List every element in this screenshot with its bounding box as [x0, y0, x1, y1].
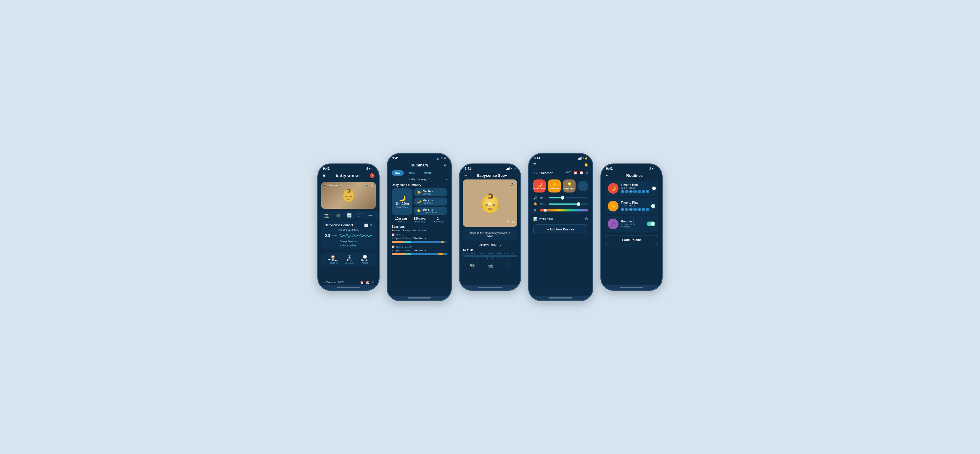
time-to-rise-icon: ☀️: [611, 204, 616, 209]
date-chevron[interactable]: ⌄: [499, 244, 501, 246]
next-date-icon[interactable]: ›: [446, 178, 447, 181]
camera-volume-icon[interactable]: 🔊: [511, 182, 515, 186]
notification-badge[interactable]: 2: [370, 173, 374, 178]
chart-icon[interactable]: 📊: [364, 224, 368, 227]
night-light-btn[interactable]: 💡 Night light: [563, 180, 576, 193]
total-sleep-label: Total Sleep: [396, 206, 408, 209]
brightness-slider-track[interactable]: [549, 204, 588, 205]
rewind-icon[interactable]: ↺: [507, 220, 509, 225]
p3-video-icon[interactable]: 📹: [488, 263, 493, 268]
forward-icon[interactable]: ↻: [512, 220, 515, 225]
camera-feed[interactable]: 👶 📷 Babysense See+ 🔊 ⚙: [321, 182, 376, 209]
camera-record-icon[interactable]: 📹: [336, 213, 340, 218]
rise-day-s1: S: [641, 208, 645, 211]
session-1-chevron[interactable]: ›: [425, 237, 426, 240]
brightness-pct: 75%: [540, 203, 547, 205]
add-devices-button[interactable]: + Add New Devices: [533, 225, 588, 234]
menu-icon[interactable]: ☰: [323, 174, 326, 178]
session-1-time: 7:00pm - 06:00am: [392, 237, 411, 240]
color-slider-icon: ⚙: [533, 209, 538, 212]
calendar-icon-4[interactable]: 📅: [579, 171, 584, 175]
new-device-btn[interactable]: +: [578, 181, 588, 191]
time-to-bed-days: M T W T F S S: [621, 190, 649, 193]
device-name-label: Dreamer: [539, 171, 553, 175]
settings-icon-4[interactable]: ⚙: [585, 171, 588, 175]
p3-camera-icon[interactable]: 📷: [469, 263, 475, 268]
time-to-rise-toggle[interactable]: [652, 204, 655, 209]
phone-2: 9:41 ▾ ▭ ← Summary ⚙ Day Week Month: [387, 153, 452, 301]
stat-tucked-in: 🏠 07:40am Tucked In: [328, 255, 339, 265]
device-name: Dreamer: [326, 281, 337, 284]
routines-nav: ← Routines: [601, 172, 662, 180]
status-icons-3: ▾ ▭: [506, 167, 515, 170]
battery-icon-5: ▭: [654, 167, 657, 170]
settings-connect-icon[interactable]: ⚙: [369, 224, 372, 227]
camera-flip-icon[interactable]: 🔄: [347, 213, 352, 218]
routine-3-toggle[interactable]: [647, 221, 655, 226]
color-slider-track[interactable]: [540, 209, 588, 212]
back-icon-5[interactable]: ←: [606, 173, 609, 177]
moon-small-icon: 🌙: [417, 199, 421, 204]
time-to-bed-icon: 🌙: [611, 186, 616, 191]
settings-icon-2[interactable]: ⚙: [444, 163, 447, 167]
back-icon-3[interactable]: ←: [464, 173, 468, 177]
back-icon-2[interactable]: ←: [392, 163, 395, 167]
calendar-icon[interactable]: 📅: [366, 281, 369, 284]
home-indicator-3: [478, 287, 502, 288]
menu-icon-4[interactable]: ☰: [533, 163, 536, 167]
clock-icon-4[interactable]: ⏰: [573, 171, 578, 175]
volume-icon[interactable]: 🔊: [365, 184, 369, 187]
volume-fill: [549, 197, 563, 198]
color-thumb[interactable]: [544, 209, 547, 212]
timeline-section: 16:31:40 16:00 16:10 16:20 16:30 16:40 1…: [460, 248, 520, 261]
capture-text: Capture the moments you want to save: [470, 232, 510, 237]
brightness-thumb[interactable]: [577, 202, 580, 206]
day-f: F: [638, 190, 641, 193]
metrics-row: 10m avg Onset ⓘ 88% avg Efficiency ⓘ 2 S…: [388, 216, 451, 225]
star-icon: ⭐: [417, 209, 421, 213]
day-t1: T: [625, 190, 628, 193]
wifi-icon-4: ▾: [582, 157, 584, 159]
footer-icons: ⏰ 📅 ⚙: [360, 281, 374, 284]
volume-slider-track[interactable]: [549, 197, 588, 198]
wake-up-btn[interactable]: ☀️ Wake Up: [548, 180, 560, 193]
date-selector[interactable]: Sunday (Today) ⌄: [460, 242, 520, 248]
routine-3-icon: 💤: [611, 221, 616, 226]
rise-day-s2: S: [646, 208, 649, 211]
power-icon[interactable]: ⏻: [585, 217, 588, 221]
add-routine-button[interactable]: + Add Routine: [605, 235, 658, 245]
camera-snap-icon[interactable]: 📷: [324, 213, 329, 218]
stretch-value: 6hr 17m: [423, 208, 437, 211]
session-2-duration: 01hr 30m: [413, 249, 423, 252]
onset-metric-label: Onset ⓘ: [395, 220, 407, 223]
time-to-bed-toggle[interactable]: [652, 186, 655, 191]
session-1-duration: 01hr 30m: [413, 237, 423, 240]
legend-asleep: Asleep: [418, 229, 427, 232]
tab-day[interactable]: Day: [392, 170, 404, 175]
p3-fullscreen-icon[interactable]: ⛶: [506, 263, 511, 268]
tab-week[interactable]: Week: [405, 170, 419, 175]
settings-footer-icon[interactable]: ⚙: [372, 281, 374, 284]
app-header-1: ☰ babysense 2: [318, 172, 379, 180]
tab-month[interactable]: Month: [420, 170, 435, 175]
timer-icon[interactable]: ⏰: [360, 281, 364, 284]
status-bar-2: 9:41 ▾ ▭: [388, 154, 451, 161]
status-bar-3: 9:41 ▾ ▭: [460, 164, 520, 172]
efficiency-metric: 88% avg Efficiency ⓘ: [414, 217, 425, 223]
time-to-rise-name: Time to Rise: [621, 201, 649, 204]
rise-day-t2: T: [633, 208, 637, 211]
volume-thumb[interactable]: [561, 196, 564, 200]
volume-slider-row: 🔊 35%: [533, 196, 588, 200]
stat-onset: ⌛ 22m Onset ⓘ: [345, 255, 353, 265]
app-footer-1: ▭ Dreamer 20°C ⏰ 📅 ⚙: [318, 279, 379, 285]
settings-icon[interactable]: ⚙: [371, 184, 373, 187]
session-2-chevron[interactable]: ›: [425, 249, 426, 252]
play-button[interactable]: ▶: [485, 198, 495, 209]
signal-icon-1: [365, 167, 368, 170]
notification-icon-4[interactable]: 🔔: [584, 163, 588, 167]
prev-date-icon[interactable]: ‹: [392, 178, 393, 181]
more-icon[interactable]: •••: [368, 213, 373, 218]
fullscreen-icon[interactable]: ⛶: [358, 213, 362, 218]
time-to-bed-name: Time to Bed: [621, 183, 649, 186]
fall-asleep-btn[interactable]: 🌙 Fall asleep: [533, 180, 546, 193]
